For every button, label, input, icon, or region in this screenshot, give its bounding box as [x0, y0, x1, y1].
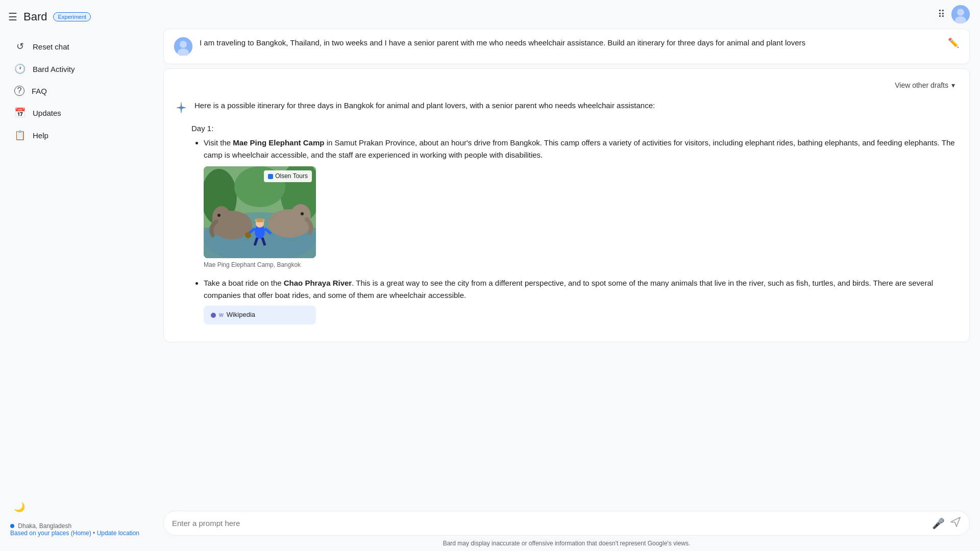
wikipedia-card[interactable]: w Wikipedia — [204, 306, 316, 324]
svg-point-26 — [245, 232, 251, 238]
sidebar-nav: ↺ Reset chat 🕐 Bard Activity ? FAQ 📅 Upd… — [0, 32, 153, 150]
microphone-icon[interactable]: 🎤 — [932, 517, 945, 530]
grid-icon[interactable]: ⠿ — [938, 8, 945, 20]
disclaimer-text: Bard may display inaccurate or offensive… — [163, 540, 970, 547]
experiment-badge: Experiment — [53, 12, 91, 21]
topbar: ⠿ — [153, 0, 980, 29]
chat-area: I am traveling to Bangkok, Thailand, in … — [153, 29, 980, 505]
elephant-camp-image-card: Olsen Tours — [204, 166, 316, 258]
sidebar-item-label: Help — [33, 131, 48, 140]
svg-point-16 — [290, 204, 311, 228]
main-content: ⠿ I am traveling to Bangkok, Thailand, i… — [153, 0, 980, 551]
location-home-link[interactable]: Based on your places (Home) — [10, 530, 91, 537]
response-content: Day 1: Visit the Mae Ping Elephant Camp … — [174, 124, 959, 324]
help-icon: 📋 — [14, 130, 26, 141]
image-caption: Mae Ping Elephant Camp, Bangkok — [204, 260, 959, 270]
bullet1-bold: Mae Ping Elephant Camp — [233, 138, 324, 147]
sidebar-bottom: 🌙 Dhaka, Bangladesh Based on your places… — [0, 490, 153, 545]
sidebar: ☰ Bard Experiment ↺ Reset chat 🕐 Bard Ac… — [0, 0, 153, 551]
bullet-item-elephant-camp: Visit the Mae Ping Elephant Camp in Samu… — [204, 137, 959, 270]
location-dot — [10, 524, 14, 528]
bullet2-bold: Chao Phraya River — [284, 279, 352, 287]
avatar[interactable] — [951, 5, 970, 23]
svg-point-1 — [957, 9, 964, 16]
wiki-dot — [211, 313, 216, 318]
edit-icon[interactable]: ✏️ — [948, 37, 959, 48]
dark-mode-toggle[interactable]: 🌙 — [10, 498, 29, 516]
wiki-label: w — [219, 310, 224, 320]
elephant-camp-image: Olsen Tours — [204, 166, 316, 258]
sidebar-item-label: Bard Activity — [33, 65, 75, 73]
svg-point-14 — [217, 214, 220, 217]
prompt-input[interactable] — [172, 519, 927, 528]
sidebar-item-faq[interactable]: ? FAQ — [6, 81, 147, 101]
wiki-link-label: Wikipedia — [227, 310, 255, 320]
sidebar-item-reset-chat[interactable]: ↺ Reset chat — [6, 36, 147, 57]
location-info: Dhaka, Bangladesh Based on your places (… — [10, 522, 143, 537]
user-avatar — [174, 37, 192, 56]
bard-intro-text: Here is a possible itinerary for three d… — [194, 99, 655, 112]
sidebar-item-label: FAQ — [32, 87, 47, 95]
day1-heading: Day 1: — [191, 124, 959, 133]
day1-bullet-list: Visit the Mae Ping Elephant Camp in Samu… — [191, 137, 959, 324]
updates-icon: 📅 — [14, 107, 26, 118]
sidebar-item-label: Reset chat — [33, 42, 69, 51]
app-title: Bard — [23, 10, 47, 23]
input-wrapper: 🎤 — [163, 511, 970, 536]
view-other-drafts-button[interactable]: View other drafts ▾ — [891, 79, 959, 91]
sidebar-item-help[interactable]: 📋 Help — [6, 124, 147, 146]
activity-icon: 🕐 — [14, 63, 26, 74]
svg-point-4 — [180, 41, 187, 48]
location-city: Dhaka, Bangladesh — [18, 522, 71, 530]
svg-point-17 — [301, 212, 304, 215]
update-location-link[interactable]: Update location — [97, 530, 139, 537]
user-message: I am traveling to Bangkok, Thailand, in … — [163, 29, 970, 64]
bard-response: View other drafts ▾ — [163, 68, 970, 342]
bullet-item-chao-phraya: Take a boat ride on the Chao Phraya Rive… — [204, 277, 959, 324]
svg-rect-21 — [257, 218, 263, 222]
view-drafts-label: View other drafts — [895, 81, 948, 89]
sidebar-header: ☰ Bard Experiment — [0, 6, 153, 32]
bard-star-icon — [174, 101, 188, 118]
drafts-bar: View other drafts ▾ — [174, 79, 959, 91]
sidebar-item-label: Updates — [33, 109, 61, 117]
bard-response-header: Here is a possible itinerary for three d… — [174, 99, 959, 118]
input-area: 🎤 Bard may display inaccurate or offensi… — [153, 505, 980, 551]
bullet1-pre: Visit the — [204, 138, 233, 147]
send-icon[interactable] — [950, 516, 961, 530]
source-dot — [268, 174, 273, 179]
chevron-down-icon: ▾ — [951, 81, 955, 89]
image-source-label: Olsen Tours — [264, 170, 312, 182]
sidebar-item-updates[interactable]: 📅 Updates — [6, 102, 147, 123]
user-message-text: I am traveling to Bangkok, Thailand, in … — [200, 37, 941, 49]
bullet2-pre: Take a boat ride on the — [204, 279, 284, 287]
hamburger-icon[interactable]: ☰ — [8, 11, 17, 23]
reset-icon: ↺ — [14, 41, 26, 52]
sidebar-item-bard-activity[interactable]: 🕐 Bard Activity — [6, 58, 147, 80]
faq-icon: ? — [14, 86, 24, 96]
